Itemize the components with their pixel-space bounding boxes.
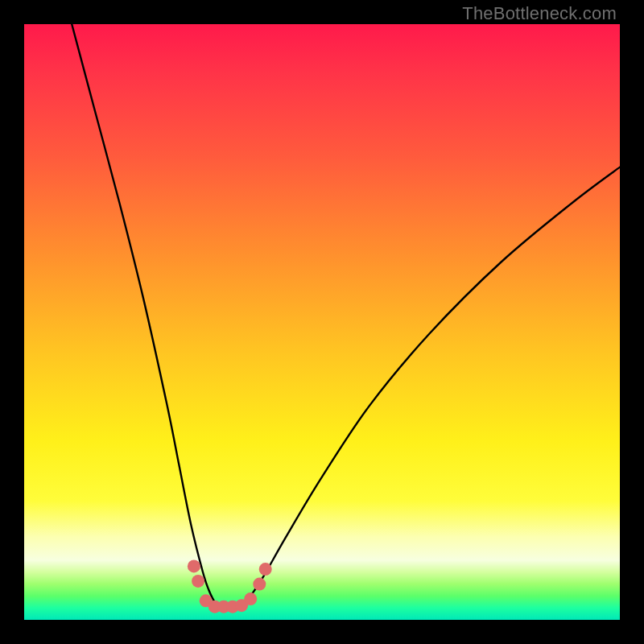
curve-layer <box>24 24 620 620</box>
highlight-dot <box>244 592 257 605</box>
plot-area <box>24 24 620 620</box>
highlight-dot <box>188 559 200 572</box>
highlight-dot <box>253 578 266 591</box>
highlight-dot <box>259 563 272 576</box>
watermark-text: TheBottleneck.com <box>462 3 617 24</box>
chart-frame: TheBottleneck.com <box>0 0 644 644</box>
highlight-dot <box>192 575 204 588</box>
bottleneck-curve <box>72 24 620 609</box>
highlight-dots <box>188 559 272 613</box>
